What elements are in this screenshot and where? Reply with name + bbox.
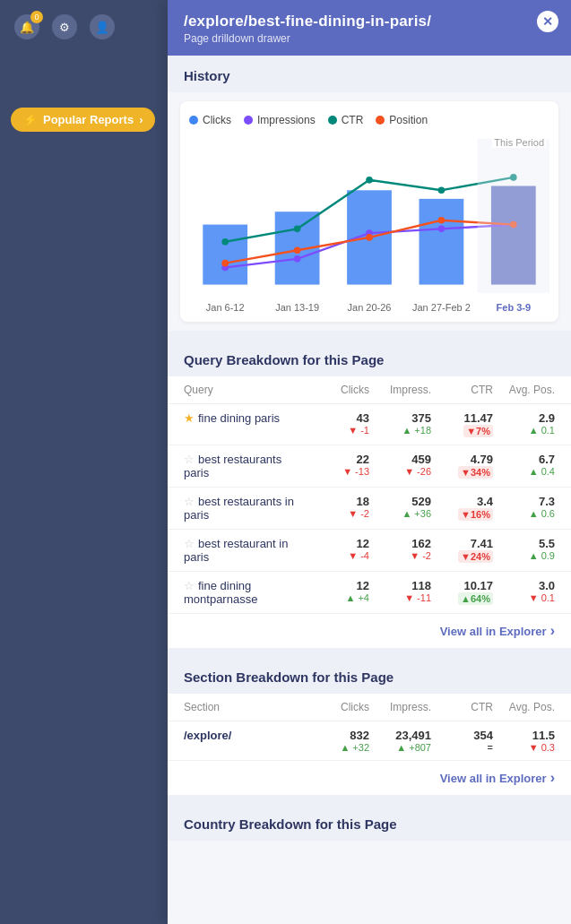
table-row: ★fine dining paris 43 ▼ -1 375 ▲ +18 11.…: [168, 404, 571, 445]
sec-impress-val: 23,491: [369, 729, 431, 742]
x-label-jan27: Jan 27-Feb 2: [405, 302, 477, 313]
avgpos-val-5: 3.0: [493, 579, 555, 592]
sec-avgpos-cell: 11.5 ▼ 0.3: [493, 729, 555, 753]
query-name-4: ☆best restaurant in paris: [184, 537, 307, 564]
notification-badge: 0: [30, 11, 43, 23]
col-ctr: CTR: [431, 384, 493, 396]
pos-point-1: [221, 260, 229, 267]
avgpos-cell-1: 2.9 ▲ 0.1: [493, 411, 555, 436]
sec-col-avgpos: Avg. Pos.: [493, 701, 555, 713]
avgpos-val-2: 6.7: [493, 453, 555, 466]
sec-avgpos-delta: ▼ 0.3: [493, 742, 555, 753]
sec-clicks-val: 832: [307, 729, 369, 742]
section-divider-1: [168, 331, 571, 340]
history-chart: Clicks Impressions CTR Position This Per…: [180, 101, 558, 322]
star-filled-icon[interactable]: ★: [184, 411, 195, 425]
avgpos-cell-3: 7.3 ▲ 0.6: [493, 495, 555, 519]
section-path-1: /explore/: [184, 729, 307, 742]
x-label-jan13: Jan 13-19: [261, 302, 333, 313]
col-query: Query: [184, 384, 307, 396]
lightning-icon: ⚡: [23, 113, 38, 126]
gear-icon[interactable]: ⚙: [52, 14, 77, 39]
legend-impressions-label: Impressions: [257, 114, 316, 126]
col-impress: Impress.: [369, 384, 431, 396]
avgpos-cell-5: 3.0 ▼ 0.1: [493, 579, 555, 603]
impress-delta-4: ▼ -2: [369, 550, 431, 561]
x-label-feb3: Feb 3-9: [478, 302, 549, 313]
clicks-dot: [189, 116, 198, 125]
ctr-point-4: [438, 186, 446, 194]
section-breakdown-title: Section Breakdown for this Page: [168, 657, 571, 694]
impress-delta-5: ▼ -11: [369, 592, 431, 603]
bell-icon[interactable]: 🔔 0: [14, 14, 39, 39]
section-view-all-link[interactable]: View all in Explorer: [440, 770, 555, 786]
query-view-all-row: View all in Explorer: [168, 614, 571, 648]
clicks-delta-3: ▼ -2: [307, 508, 369, 519]
ctr-dot: [328, 116, 337, 125]
history-section-title: History: [168, 56, 571, 92]
chart-x-labels: Jan 6-12 Jan 13-19 Jan 20-26 Jan 27-Feb …: [189, 302, 549, 313]
ctr-val-1: 11.47: [431, 411, 493, 425]
impress-val-1: 375: [369, 411, 431, 425]
clicks-cell-4: 12 ▼ -4: [307, 537, 369, 561]
impress-cell-5: 118 ▼ -11: [369, 579, 431, 603]
sec-ctr-cell: 354 =: [431, 729, 493, 753]
ctr-cell-5: 10.17 ▲64%: [431, 579, 493, 605]
ctr-cell-4: 7.41 ▼24%: [431, 537, 493, 563]
clicks-val-1: 43: [307, 411, 369, 425]
avgpos-val-4: 5.5: [493, 537, 555, 550]
ctr-val-4: 7.41: [431, 537, 493, 550]
imp-point-2: [294, 255, 301, 263]
drawer-subtitle: Page drilldown drawer: [184, 32, 555, 45]
avgpos-delta-2: ▲ 0.4: [493, 466, 555, 477]
imp-point-4: [438, 226, 446, 233]
sec-col-clicks: Clicks: [307, 701, 369, 713]
sec-ctr-delta: =: [431, 742, 493, 753]
ctr-val-5: 10.17: [431, 579, 493, 592]
user-icon[interactable]: 👤: [90, 14, 115, 39]
ctr-delta-2: ▼34%: [431, 466, 493, 479]
query-name-1: ★fine dining paris: [184, 411, 307, 425]
impressions-dot: [244, 116, 253, 125]
avgpos-delta-3: ▲ 0.6: [493, 508, 555, 519]
star-empty-icon[interactable]: ☆: [184, 579, 195, 592]
ctr-point-3: [366, 177, 373, 184]
ctr-cell-3: 3.4 ▼16%: [431, 495, 493, 521]
impress-cell-4: 162 ▼ -2: [369, 537, 431, 561]
impress-delta-3: ▲ +36: [369, 508, 431, 519]
clicks-delta-2: ▼ -13: [307, 466, 369, 477]
table-row: /explore/ 832 ▲ +32 23,491 ▲ +807 354 = …: [168, 721, 571, 761]
star-empty-icon[interactable]: ☆: [184, 453, 195, 466]
x-label-jan6: Jan 6-12: [189, 302, 261, 313]
legend-position: Position: [376, 114, 428, 126]
avgpos-cell-4: 5.5 ▲ 0.9: [493, 537, 555, 561]
query-breakdown-title: Query Breakdown for this Page: [168, 340, 571, 376]
sec-clicks-cell: 832 ▲ +32: [307, 729, 369, 753]
x-label-jan20: Jan 20-26: [333, 302, 405, 313]
drawer-panel: /explore/best-fine-dining-in-paris/ Page…: [168, 0, 571, 924]
col-avgpos: Avg. Pos.: [493, 384, 555, 396]
sidebar-panel: [0, 0, 170, 924]
star-empty-icon[interactable]: ☆: [184, 495, 195, 508]
clicks-val-5: 12: [307, 579, 369, 592]
position-dot: [376, 116, 385, 125]
impress-cell-3: 529 ▲ +36: [369, 495, 431, 519]
ctr-cell-1: 11.47 ▼7%: [431, 411, 493, 437]
query-view-all-link[interactable]: View all in Explorer: [440, 623, 555, 639]
pos-point-3: [366, 234, 373, 241]
legend-clicks: Clicks: [189, 114, 231, 126]
ctr-delta-4: ▼24%: [431, 550, 493, 563]
ctr-point-1: [221, 238, 229, 246]
query-breakdown-table: Query Clicks Impress. CTR Avg. Pos. ★fin…: [168, 376, 571, 648]
impress-cell-2: 459 ▼ -26: [369, 453, 431, 477]
sec-impress-cell: 23,491 ▲ +807: [369, 729, 431, 753]
clicks-val-3: 18: [307, 495, 369, 508]
clicks-val-2: 22: [307, 453, 369, 466]
ctr-val-2: 4.79: [431, 453, 493, 466]
star-empty-icon[interactable]: ☆: [184, 537, 195, 550]
col-clicks: Clicks: [307, 384, 369, 396]
clicks-cell-5: 12 ▲ +4: [307, 579, 369, 603]
sec-col-ctr: CTR: [431, 701, 493, 713]
popular-reports-button[interactable]: ⚡ Popular Reports ›: [11, 108, 155, 132]
close-button[interactable]: ✕: [537, 11, 558, 32]
